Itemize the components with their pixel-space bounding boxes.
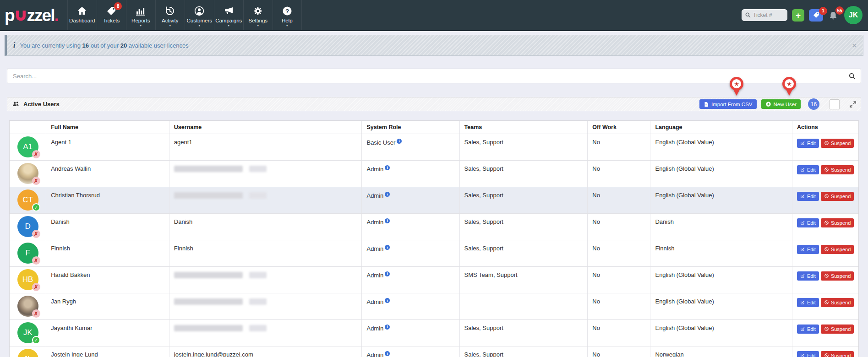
language-cell: English (Global Value) [650,187,792,213]
tutorial-marker-new-user: ★ [782,77,796,91]
edit-button[interactable]: Edit [797,218,819,227]
logo-text-p: p [5,7,14,24]
star-icon: ★ [732,79,741,88]
user-menu-avatar[interactable]: JK [844,6,863,24]
panel-toggle-button[interactable] [830,99,840,109]
edit-button[interactable]: Edit [797,325,819,334]
notifications-bell[interactable]: 55 [828,9,840,22]
language-cell: English (Global Value) [650,293,792,319]
nav-item-dashboard[interactable]: Dashboard [67,0,97,30]
info-icon[interactable]: i [385,351,390,356]
new-ticket-button[interactable]: + [792,9,804,22]
system-role-cell: Admini [362,160,459,187]
avatar-cell: CT✓ [10,187,46,213]
used-licences-count: 16 [82,42,89,49]
active-users-table: Full Name Username System Role Teams Off… [9,120,859,357]
off-work-cell: No [588,160,650,187]
info-icon[interactable]: i [397,139,402,144]
pencil-icon [800,194,805,199]
search-button[interactable] [843,69,861,83]
table-row: HB✗Harald BakkenAdminiSMS Team, SupportN… [10,266,858,293]
suspend-button[interactable]: Suspend [821,325,854,334]
suspend-button[interactable]: Suspend [821,245,854,254]
redacted-text [174,166,243,172]
table-header-row: Full Name Username System Role Teams Off… [10,121,858,134]
active-users-count-badge: 16 [808,98,819,110]
search-input[interactable] [7,69,843,83]
off-work-cell: No [588,293,650,319]
tag-badge: 1 [819,7,827,15]
redacted-text [174,192,243,199]
suspend-button[interactable]: Suspend [821,298,854,307]
edit-button[interactable]: Edit [797,351,819,357]
edit-label: Edit [807,353,816,357]
redacted-text [249,298,267,305]
avatar-cell: ✗ [10,160,46,187]
full-name-cell: Jayanthi Kumar [46,319,169,346]
nav-item-tickets[interactable]: 8 Tickets [97,0,126,30]
suspend-button[interactable]: Suspend [821,351,854,357]
gear-icon [252,5,264,17]
status-suspended-icon: ✗ [32,230,40,238]
puzzel-logo[interactable]: p zzel . [0,0,67,30]
edit-button[interactable]: Edit [797,139,819,148]
tag-button[interactable]: 1 [809,9,823,22]
nav-item-help[interactable]: ? Help ▼ [273,0,302,30]
edit-button[interactable]: Edit [797,298,819,307]
info-icon[interactable]: i [385,165,390,170]
edit-button[interactable]: Edit [797,165,819,174]
nav-item-customers[interactable]: Customers ▼ [185,0,214,30]
status-suspended-icon: ✗ [32,256,40,265]
suspend-button[interactable]: Suspend [821,192,854,201]
fullscreen-button[interactable] [848,99,858,109]
nav-item-campaigns[interactable]: Campaigns ▼ [214,0,243,30]
edit-label: Edit [807,273,816,279]
import-from-csv-button[interactable]: Import From CSV [699,99,756,109]
col-language: Language [650,121,792,134]
chevron-down-icon: ▼ [169,24,171,27]
suspend-button[interactable]: Suspend [821,139,854,148]
edit-button[interactable]: Edit [797,192,819,201]
info-icon[interactable]: i [385,218,390,223]
info-icon[interactable]: i [385,325,390,330]
suspend-label: Suspend [831,247,851,252]
system-role-cell: Admini [362,187,459,213]
system-role-cell: Admini [362,266,459,293]
off-work-cell: No [588,240,650,266]
ticket-search-input[interactable] [753,12,784,18]
full-name-cell: Agent 1 [46,134,169,160]
status-suspended-icon: ✗ [32,150,40,158]
info-icon[interactable]: i [385,192,390,197]
nav-item-activity[interactable]: Activity ▼ [155,0,185,30]
info-icon[interactable]: i [385,245,390,250]
edit-button[interactable]: Edit [797,245,819,254]
pencil-icon [800,273,805,278]
avatar: ✗ [17,163,38,184]
avatar-cell: JK✓ [10,319,46,346]
ban-icon [824,353,829,357]
pencil-icon [800,247,805,252]
edit-label: Edit [807,220,816,226]
nav-item-reports[interactable]: Reports ▼ [126,0,155,30]
pencil-icon [800,141,805,146]
info-icon[interactable]: i [385,298,390,303]
suspend-button[interactable]: Suspend [821,165,854,174]
suspend-button[interactable]: Suspend [821,218,854,227]
chevron-down-icon: ▼ [139,24,142,27]
full-name-cell: Harald Bakken [46,266,169,293]
system-role-cell: Admini [362,240,459,266]
edit-label: Edit [807,300,816,305]
full-name-cell: Andreas Wallin [46,160,169,187]
table-row: D✗DanishDanishAdminiSales, SupportNoDani… [10,213,858,240]
system-role-value: Admin [366,352,383,357]
edit-label: Edit [807,194,816,199]
active-users-panel-header: Active Users Import From CSV New User 16 [7,97,861,111]
new-user-button[interactable]: New User [761,99,801,109]
suspend-button[interactable]: Suspend [821,271,854,281]
info-icon[interactable]: i [385,271,390,276]
import-from-csv-label: Import From CSV [711,102,752,107]
nav-item-settings[interactable]: Settings ▼ [243,0,273,30]
ticket-search-box[interactable] [742,9,787,21]
edit-button[interactable]: Edit [797,271,819,281]
close-icon[interactable]: × [852,42,857,49]
